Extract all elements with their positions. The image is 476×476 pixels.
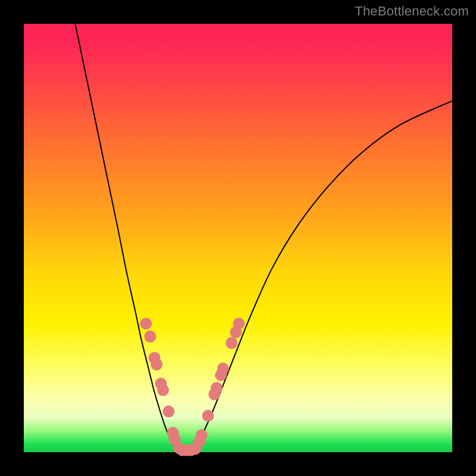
plot-area (24, 24, 452, 452)
data-marker (233, 318, 245, 330)
data-marker (226, 337, 237, 349)
data-marker (144, 331, 156, 343)
data-marker (151, 358, 162, 370)
curve-layer (24, 24, 452, 452)
marker-group (140, 318, 245, 456)
data-marker (211, 382, 223, 394)
right-branch-curve (191, 101, 452, 450)
data-marker (162, 406, 174, 418)
data-marker (202, 410, 214, 422)
data-marker (157, 384, 169, 396)
watermark-text: TheBottleneck.com (355, 4, 469, 19)
chart-stage: TheBottleneck.com (0, 0, 476, 476)
data-marker (140, 318, 152, 330)
data-marker (217, 363, 229, 375)
data-marker (196, 429, 208, 441)
